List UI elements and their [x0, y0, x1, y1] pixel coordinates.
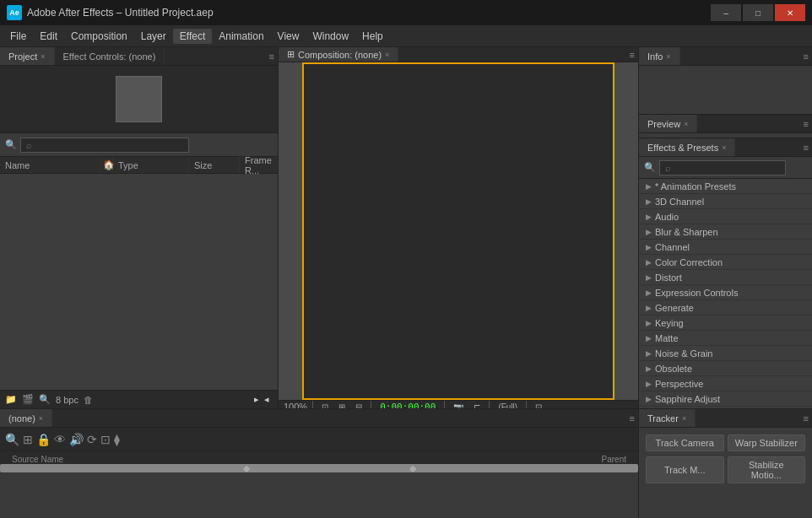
effect-item-5[interactable]: ▶Color Correction [639, 255, 812, 270]
effect-item-14[interactable]: ▶Sapphire Adjust [639, 391, 812, 407]
project-search-input[interactable] [20, 138, 189, 153]
comp-tabs: ⊞ Composition: (none) × ≡ [279, 47, 638, 62]
info-panel-menu: ≡ [800, 51, 812, 62]
effect-item-13[interactable]: ▶Perspective [639, 376, 812, 391]
effect-item-4[interactable]: ▶Channel [639, 240, 812, 255]
menu-item-composition[interactable]: Composition [64, 29, 134, 44]
comp-hamburger-icon[interactable]: ≡ [626, 50, 638, 60]
find-icon[interactable]: 🔍 [39, 394, 51, 405]
title-bar-left: Ae Adobe After Effects – Untitled Projec… [7, 5, 214, 20]
project-search-icon: 🔍 [5, 139, 17, 150]
effect-item-10[interactable]: ▶Matte [639, 331, 812, 346]
effect-item-2[interactable]: ▶Audio [639, 209, 812, 224]
track-camera-button[interactable]: Track Camera [646, 434, 724, 451]
effect-arrow-9: ▶ [646, 319, 652, 327]
preview-panel-menu: ≡ [800, 119, 812, 129]
preview-tab-close[interactable]: × [684, 120, 688, 128]
timeline-tabs: (none) × ≡ [0, 409, 638, 428]
project-table-body [0, 174, 278, 390]
project-col-type[interactable]: Type [113, 157, 189, 173]
effect-item-6[interactable]: ▶Distort [639, 270, 812, 285]
tracker-hamburger-icon[interactable]: ≡ [800, 413, 812, 424]
effect-item-9[interactable]: ▶Keying [639, 316, 812, 331]
project-preview [0, 66, 278, 133]
effect-item-3[interactable]: ▶Blur & Sharpen [639, 224, 812, 240]
effect-item-1[interactable]: ▶3D Channel [639, 194, 812, 209]
left-panel-hamburger-icon[interactable]: ≡ [266, 51, 278, 62]
menu-item-file[interactable]: File [3, 29, 33, 44]
left-panel-menu: ≡ [266, 51, 278, 62]
effect-item-8[interactable]: ▶Generate [639, 300, 812, 316]
warp-stabilizer-button[interactable]: Warp Stabilizer [728, 434, 806, 451]
menu-item-window[interactable]: Window [306, 29, 355, 44]
tl-hide-icon[interactable]: 👁 [54, 433, 66, 446]
close-button[interactable]: ✕ [775, 4, 805, 21]
left-panel-tabs: Project × Effect Controls: (none) ≡ [0, 47, 278, 66]
effects-hamburger-icon[interactable]: ≡ [800, 143, 812, 153]
project-content: 🔍 Name 🏠 Type Size Frame R... 📁 🎬 🔍 8 bp… [0, 66, 278, 408]
effect-arrow-0: ▶ [646, 182, 652, 191]
maximize-button[interactable]: □ [743, 4, 773, 21]
effects-tab-close[interactable]: × [722, 143, 726, 152]
menu-item-layer[interactable]: Layer [134, 29, 173, 44]
project-col-frame[interactable]: Frame R... [240, 157, 278, 173]
tracker-row-1: Track Camera Warp Stabilizer [646, 434, 805, 451]
tl-source-name-col: Source Name [7, 455, 68, 464]
menu-item-view[interactable]: View [271, 29, 306, 44]
effect-arrow-10: ▶ [646, 334, 652, 343]
timeline-tab-close[interactable]: × [39, 414, 43, 423]
track-motion-button[interactable]: Track M... [646, 456, 724, 483]
effect-item-12[interactable]: ▶Obsolete [639, 361, 812, 376]
effect-arrow-3: ▶ [646, 228, 652, 236]
effects-tab[interactable]: Effects & Presets × [639, 138, 735, 156]
effect-item-7[interactable]: ▶Expression Controls [639, 285, 812, 300]
window-controls[interactable]: – □ ✕ [711, 4, 805, 21]
menu-item-help[interactable]: Help [355, 29, 390, 44]
tl-adj-icon[interactable]: ⊡ [100, 433, 111, 446]
new-folder-icon[interactable]: 📁 [5, 394, 17, 405]
project-col-name[interactable]: Name [0, 157, 101, 173]
menu-item-edit[interactable]: Edit [33, 29, 64, 44]
composition-tab-close[interactable]: × [385, 51, 389, 59]
tl-solo-icon[interactable]: ⊞ [23, 433, 33, 446]
info-tab[interactable]: Info × [639, 47, 680, 65]
delete-icon[interactable]: 🗑 [84, 395, 93, 405]
menu-item-effect[interactable]: Effect [173, 29, 212, 44]
project-tab[interactable]: Project × [0, 47, 55, 65]
tracker-tab-close[interactable]: × [682, 414, 686, 423]
tl-search-icon[interactable]: 🔍 [5, 433, 19, 446]
composition-tab[interactable]: ⊞ Composition: (none) × [279, 47, 398, 62]
tl-motion-icon[interactable]: ⟳ [87, 433, 97, 446]
preview-panel: Preview × ≡ [639, 115, 812, 138]
tl-lock-icon[interactable]: 🔒 [36, 433, 51, 446]
app-icon: Ae [7, 5, 22, 20]
effects-search-input[interactable] [659, 160, 786, 175]
effects-panel: Effects & Presets × ≡ 🔍 ▶* Animation Pre… [639, 138, 812, 408]
project-tab-close[interactable]: × [41, 52, 45, 61]
timeline-hamburger-icon[interactable]: ≡ [626, 413, 638, 424]
effect-controls-label: Effect Controls: (none) [63, 51, 156, 62]
project-col-size[interactable]: Size [189, 157, 240, 173]
new-comp-icon[interactable]: 🎬 [22, 394, 34, 405]
effect-label-14: Sapphire Adjust [655, 394, 720, 404]
tl-3d-icon[interactable]: ⧫ [114, 433, 120, 446]
info-tab-close[interactable]: × [666, 52, 670, 61]
stabilize-motion-button[interactable]: Stabilize Motio... [728, 456, 806, 483]
tracker-tab[interactable]: Tracker × [639, 409, 696, 427]
effect-controls-tab[interactable]: Effect Controls: (none) [55, 47, 165, 65]
minimize-button[interactable]: – [711, 4, 741, 21]
preview-hamburger-icon[interactable]: ≡ [800, 119, 812, 129]
menu-item-animation[interactable]: Animation [212, 29, 270, 44]
effect-item-0[interactable]: ▶* Animation Presets [639, 179, 812, 194]
top-row: Project × Effect Controls: (none) ≡ 🔍 [0, 47, 812, 408]
left-panel: Project × Effect Controls: (none) ≡ 🔍 [0, 47, 279, 408]
preview-tab[interactable]: Preview × [639, 115, 697, 132]
timeline-slider-bar[interactable] [306, 464, 374, 472]
effect-item-11[interactable]: ▶Noise & Grain [639, 346, 812, 361]
timeline-tab-label: (none) [8, 413, 35, 424]
tl-audio-icon[interactable]: 🔊 [69, 433, 84, 446]
timeline-tab[interactable]: (none) × [0, 409, 52, 427]
info-hamburger-icon[interactable]: ≡ [800, 51, 812, 62]
project-scroll-left[interactable]: ◂ [264, 394, 269, 405]
project-scroll-right[interactable]: ▸ [254, 394, 259, 405]
